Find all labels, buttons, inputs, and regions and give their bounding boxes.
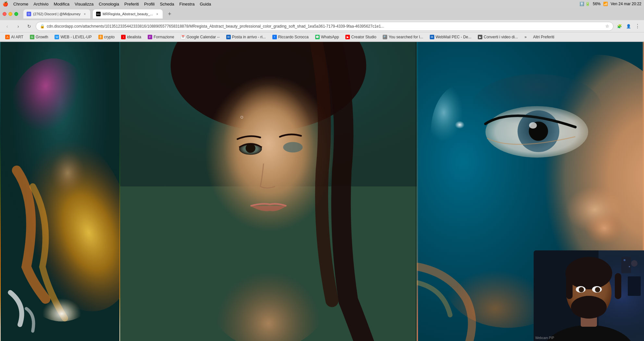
pip-webcam: Webcam PIP [534,250,644,341]
bookmark-google-cal[interactable]: 📅 Google Calendar -- [178,34,222,40]
browser-chrome: D (2762) Discord | @Midjourney × MJ MRRe… [0,8,644,42]
bookmark-web-levelup[interactable]: W WEB - LEVEL-UP [52,34,94,40]
tab-midjourney[interactable]: MJ MRRegista_Abstract_beauty_... × [93,9,163,19]
panel-divider-2 [415,42,416,341]
svg-point-5 [36,138,94,215]
svg-point-47 [629,266,630,267]
image-panel-3: Webcam PIP [417,42,644,341]
address-bar[interactable]: 🔒 cdn.discordapp.com/attachments/1013512… [36,22,613,31]
posta-favicon: ✉ [226,35,231,39]
bookmark-altri-preferiti[interactable]: Altri Preferiti [530,34,557,40]
menu-profili[interactable]: Profili [144,2,155,6]
bookmark-converti[interactable]: ▶ Converti i video di... [475,34,520,40]
tab-discord-label: (2762) Discord | @Midjourney [33,12,80,16]
bookmark-riccardo-label: Riccardo Scrocca [278,35,309,39]
creator-studio-favicon: ▶ [345,35,350,39]
new-tab-button[interactable]: + [165,10,174,18]
nav-icons: 🧩 👤 ⋮ [615,22,641,30]
maximize-window-button[interactable] [14,12,18,16]
discord-favicon: D [27,12,31,16]
bookmark-star-icon[interactable]: ☆ [605,24,609,29]
svg-point-46 [624,259,625,261]
bookmark-searched[interactable]: 🔍 You searched for l... [380,34,426,40]
apple-menu[interactable]: 🍎 [3,1,8,6]
svg-point-45 [631,260,638,267]
menu-bar-right: ⬆️ 🔋 56% 📶 Ven 24 mar 20:22 [579,2,641,6]
menu-modifica[interactable]: Modifica [54,2,69,6]
menu-visualizza[interactable]: Visualizza [75,2,93,6]
bookmark-more-label: » [525,35,527,39]
close-window-button[interactable] [3,12,6,16]
bookmark-searched-label: You searched for l... [389,35,423,39]
bookmark-posta-label: Posta in arrivo - ri... [232,35,266,39]
tab-midjourney-close[interactable]: × [155,12,159,16]
profile-button[interactable]: 👤 [625,22,632,30]
back-button[interactable]: ‹ [3,22,12,31]
svg-rect-43 [621,257,631,273]
svg-rect-44 [628,276,641,296]
svg-rect-36 [615,273,621,299]
bookmark-riccardo[interactable]: f Riccardo Scrocca [270,34,311,40]
bookmark-ai-art[interactable]: A AI ART [3,34,26,40]
bookmark-webmail[interactable]: ✉ WebMail PEC - De... [427,34,474,40]
svg-point-42 [595,287,600,292]
svg-rect-35 [566,273,573,299]
svg-point-12 [246,144,255,153]
bookmark-creator-studio[interactable]: ▶ Creator Studio [343,34,379,40]
bookmark-formazione[interactable]: F Formazione [145,34,177,40]
bookmark-posta[interactable]: ✉ Posta in arrivo - ri... [224,34,268,40]
datetime: Ven 24 mar 20:22 [611,2,641,6]
menu-archivio[interactable]: Archivio [33,2,48,6]
bookmark-whatsapp[interactable]: 💬 WhatsApp [313,34,341,40]
menu-scheda[interactable]: Scheda [160,2,174,6]
bookmark-more[interactable]: » [522,34,529,40]
forward-button[interactable]: › [14,22,23,31]
bookmark-web-levelup-label: WEB - LEVEL-UP [60,35,92,39]
riccardo-favicon: f [272,35,277,39]
bookmark-google-cal-label: Google Calendar -- [187,35,220,39]
image-panel-2 [120,42,417,341]
lock-icon: 🔒 [40,24,45,29]
svg-point-41 [579,287,584,292]
tab-bar: D (2762) Discord | @Midjourney × MJ MRRe… [0,8,644,20]
growth-favicon: G [30,35,34,39]
bookmark-formazione-label: Formazione [154,35,174,39]
main-content: Webcam PIP [0,42,644,341]
bookmark-ai-art-label: AI ART [11,35,23,39]
tab-discord[interactable]: D (2762) Discord | @Midjourney × [23,9,90,19]
address-text: cdn.discordapp.com/attachments/101351233… [47,24,603,29]
wifi-icon: 📶 [603,2,608,6]
google-cal-favicon: 📅 [181,35,185,39]
menu-finestra[interactable]: Finestra [180,2,195,6]
svg-point-13 [283,142,303,152]
bookmark-crypto[interactable]: ₿ crypto [96,34,118,40]
bookmarks-bar: A AI ART G Growth W WEB - LEVEL-UP ₿ cry… [0,32,644,42]
nav-bar: ‹ › ↻ 🔒 cdn.discordapp.com/attachments/1… [0,20,644,32]
menu-chrome[interactable]: Chrome [13,2,28,6]
minimize-window-button[interactable] [8,12,12,16]
extensions-button[interactable]: 🧩 [615,22,623,30]
image-panel-1 [0,42,120,341]
menu-bar-left: 🍎 Chrome Archivio Modifica Visualizza Cr… [3,1,211,6]
system-icons: ⬆️ 🔋 [579,2,590,6]
menu-bar: 🍎 Chrome Archivio Modifica Visualizza Cr… [0,0,644,8]
svg-point-25 [431,84,495,180]
reload-button[interactable]: ↻ [25,22,34,31]
image-grid: Webcam PIP [0,42,644,341]
bookmark-idealista[interactable]: i idealista [118,34,144,40]
menu-guida[interactable]: Guida [200,2,211,6]
menu-cronologia[interactable]: Cronologia [99,2,119,6]
tab-midjourney-label: MRRegista_Abstract_beauty_... [103,12,153,16]
more-button[interactable]: ⋮ [634,22,641,30]
traffic-lights [3,12,18,16]
tab-discord-close[interactable]: × [82,12,87,16]
bookmark-whatsapp-label: WhatsApp [321,35,339,39]
bookmark-crypto-label: crypto [104,35,115,39]
webmail-favicon: ✉ [430,35,434,39]
bookmark-altri-label: Altri Preferiti [533,35,554,39]
menu-preferiti[interactable]: Preferiti [124,2,139,6]
pip-webcam-label: Webcam PIP [535,336,554,340]
bookmark-growth[interactable]: G Growth [27,34,51,40]
converti-favicon: ▶ [478,35,482,39]
svg-point-24 [527,167,624,244]
